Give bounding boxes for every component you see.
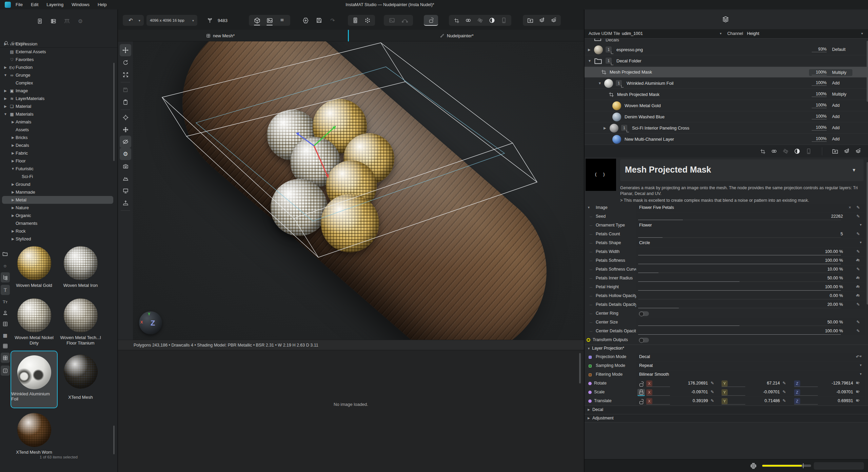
material-card[interactable]: Woven Metal Nickel Dirty — [11, 298, 57, 346]
tree-item-floor[interactable]: ▶Floor — [2, 157, 113, 165]
petals-count-slider[interactable]: 5 ✎ — [636, 230, 865, 238]
bake-icon[interactable] — [351, 15, 360, 26]
folder-tab-icon[interactable] — [0, 249, 10, 259]
edit-icon[interactable]: ✎ — [711, 398, 714, 403]
scale-z-value[interactable]: -0.09701 — [802, 390, 853, 394]
edit-icon[interactable]: ✎ — [856, 205, 860, 210]
budget-counter[interactable]: 9483 — [218, 18, 228, 23]
material-card[interactable]: Woven Metal Iron — [58, 246, 103, 288]
petals-width-slider[interactable]: 100.00 % ✎ — [636, 248, 865, 256]
checker-tab-icon[interactable]: ▩ — [0, 330, 10, 340]
tree-item-favorites[interactable]: ♡Favorites — [2, 56, 113, 63]
layer-blendmode[interactable]: Multiply — [832, 70, 850, 75]
render-settings-icon[interactable]: ⚙ — [120, 148, 131, 160]
tree-item-material[interactable]: ▶❏Material — [2, 102, 113, 110]
menu-windows[interactable]: Windows — [70, 2, 91, 7]
memory-progress-handle[interactable] — [803, 463, 804, 468]
layer-blendmode[interactable]: Add — [832, 114, 850, 119]
chevron-right-icon[interactable]: ▶ — [3, 104, 8, 108]
reset-icon[interactable]: ↶ — [856, 398, 860, 404]
ornament-type-dropdown[interactable]: Flower ▾ — [636, 221, 865, 230]
tree-item-futuristic[interactable]: ▼Futuristic — [2, 165, 113, 173]
chevron-right-icon[interactable]: ▶ — [10, 136, 16, 139]
tree-item-layermaterials[interactable]: ▶≋LayerMaterials — [2, 95, 113, 102]
center-ring-toggle[interactable] — [639, 311, 649, 316]
tree-item-assets[interactable]: Assets — [2, 126, 113, 134]
chevron-right-icon[interactable]: ▶ — [3, 97, 8, 100]
udim-dropdown[interactable]: udim_1001 ▾ — [620, 30, 723, 38]
tab-mesh[interactable]: new Mesh* — [206, 30, 235, 41]
settings-gear-icon[interactable]: ⚙ — [76, 16, 85, 26]
tree-item-rock[interactable]: ▶Rock — [2, 227, 113, 235]
typography-tab-icon[interactable]: Tᴛ — [0, 297, 10, 307]
layer-row-wrinkled-foil[interactable]: ▼ 1 Wrinkled Aluminium Foil 100%Add — [585, 78, 868, 89]
table-tab-icon[interactable] — [0, 319, 10, 329]
layer-opacity[interactable]: 100% — [812, 114, 827, 119]
nodes-tool-icon[interactable] — [118, 123, 133, 136]
petal-height-slider[interactable]: 100.00 % ✎ — [636, 283, 865, 291]
chevron-down-icon[interactable]: ▾ — [139, 19, 140, 22]
layer-row-clipped[interactable]: Decals — [585, 39, 868, 44]
contrast-icon[interactable] — [488, 15, 496, 26]
center-details-opacity-slider[interactable]: 100.00 % ✎ — [636, 327, 865, 335]
edit-icon[interactable]: ✎ — [711, 390, 714, 394]
asset-viewer-icon[interactable] — [35, 16, 44, 26]
bezier-icon[interactable] — [400, 15, 409, 26]
tree-item-metal[interactable]: ▶Metal — [2, 196, 113, 204]
status-field[interactable] — [814, 462, 864, 470]
tree-item-complex[interactable]: Complex — [2, 79, 113, 87]
tree-item-scifi[interactable]: Sci-Fi — [2, 173, 113, 180]
edit-icon[interactable]: ✎ — [856, 302, 860, 307]
layer-row-scifi-paneling[interactable]: ▶ 1 Sci-Fi Interior Paneling Cross 100%A… — [585, 123, 868, 134]
chevron-right-icon[interactable]: ▶ — [10, 237, 16, 241]
view-3d-icon[interactable] — [253, 15, 261, 26]
person-tab-icon[interactable] — [0, 308, 10, 318]
chevron-right-icon[interactable]: ▶ — [10, 214, 16, 217]
material-card[interactable]: Woven Metal Gold — [11, 246, 57, 288]
layer-blendmode[interactable]: Add — [832, 103, 850, 108]
image-2d-panel[interactable]: No image loaded. — [118, 350, 584, 472]
chevron-right-icon[interactable]: ▶ — [3, 89, 8, 93]
navigation-gizmo[interactable]: Z Y X — [139, 311, 162, 334]
tree-item-materials[interactable]: ▼▦Materials — [2, 110, 113, 118]
transform-outputs-toggle[interactable] — [639, 338, 649, 342]
chevron-down-icon[interactable]: ▼ — [852, 168, 856, 173]
chevron-right-icon[interactable]: ▶ — [3, 42, 8, 46]
tree-scrollbar[interactable] — [113, 63, 115, 161]
remove-layer-icon[interactable] — [549, 15, 558, 26]
layer-blendmode[interactable]: Multiply — [832, 92, 850, 97]
axis-lock-button[interactable] — [637, 398, 645, 405]
layer-blendmode[interactable]: Add — [832, 137, 850, 141]
chevron-right-icon[interactable]: ▶ — [10, 120, 16, 124]
layer-opacity[interactable]: 100% — [812, 125, 827, 131]
chevron-down-icon[interactable]: ▼ — [598, 81, 601, 85]
environment-tool-icon[interactable] — [118, 172, 133, 184]
chevron-down-icon[interactable]: ▼ — [3, 112, 8, 116]
rotate-z-value[interactable]: -129.79614 — [802, 381, 853, 386]
tree-item-bricks[interactable]: ▶Bricks — [2, 134, 113, 141]
remove-layer-icon[interactable] — [854, 146, 863, 157]
scale-x-value[interactable]: -0.09701 — [654, 390, 708, 394]
chevron-down-icon[interactable]: ▼ — [10, 167, 16, 171]
section-decal[interactable]: ▶ Decal — [585, 406, 868, 414]
rotate-tool-icon[interactable] — [118, 56, 133, 68]
chevron-right-icon[interactable]: ▶ — [3, 65, 8, 69]
scale-tool-icon[interactable] — [118, 68, 133, 81]
petals-softness-slider[interactable]: 100.00 % ✎ — [636, 257, 865, 265]
folder-plus-icon[interactable] — [526, 15, 535, 26]
image-value[interactable]: Flower Five Petals × ✎ — [636, 204, 865, 212]
layer-opacity[interactable]: 100% — [812, 136, 827, 142]
tree-item-nature[interactable]: ▶Nature — [2, 204, 113, 212]
translate-y-value[interactable]: 0.71486 — [729, 398, 780, 403]
edit-icon[interactable]: ✎ — [856, 267, 860, 272]
layer-row-mesh-projected-mask-2[interactable]: Mesh Projected Mask 100%Multiply — [585, 89, 868, 100]
edit-icon[interactable]: ✎ — [856, 320, 860, 324]
chevron-right-icon[interactable]: ▶ — [10, 151, 16, 155]
move-tool-icon[interactable] — [120, 44, 131, 56]
tree-item-organic[interactable]: ▶Organic — [2, 212, 113, 219]
chevron-right-icon[interactable]: ▶ — [10, 159, 16, 163]
edit-icon[interactable]: ✎ — [783, 390, 786, 394]
tab-painter[interactable]: Nudelpainter* — [440, 30, 474, 41]
layer-row-denim[interactable]: Denim Washed Blue 100%Add — [585, 112, 868, 122]
panel-scrollbar[interactable] — [579, 353, 581, 383]
